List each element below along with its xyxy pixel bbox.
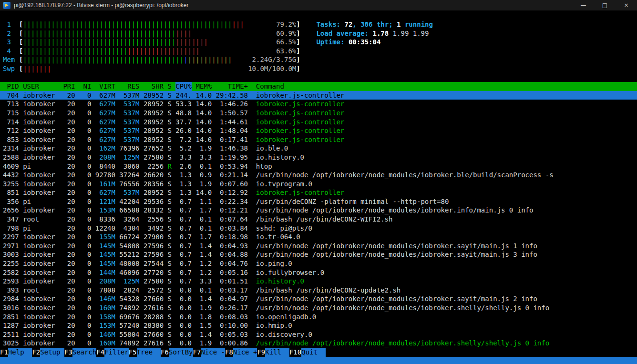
column-header-state[interactable]: S <box>167 82 171 91</box>
process-row[interactable]: 2984iobroker200146M5432827660S0.01.40:04… <box>0 294 637 303</box>
column-header-mem[interactable]: MEM% <box>195 82 212 91</box>
cell-virt: 627M <box>95 109 115 118</box>
fkey-label-kill[interactable]: Kill <box>265 348 289 357</box>
process-row[interactable]: 393root200780828242572S0.00.10:03.17/bin… <box>0 286 637 295</box>
column-header-command[interactable]: Command <box>256 82 284 91</box>
process-row[interactable]: 3016iobroker200160M7489227616S0.01.90:26… <box>0 303 637 313</box>
cell-pri: 20 <box>63 313 75 322</box>
cell-mem: 0.1 <box>195 224 212 233</box>
cell-shr: 28952 <box>144 118 164 127</box>
cell-virt: 144M <box>95 268 115 277</box>
process-row[interactable]: 712iobroker200627M537M28952S26.014.01:48… <box>0 126 637 135</box>
close-icon[interactable]: × <box>616 0 637 10</box>
meter-bar-segment-red: |||||||||||||||||| <box>127 47 200 55</box>
fkey-f6[interactable]: F6 <box>161 348 169 357</box>
cell-mem: 14.0 <box>195 188 212 197</box>
fkey-f7[interactable]: F7 <box>193 348 201 357</box>
column-header-time[interactable]: TIME+ <box>216 82 248 91</box>
cell-s: S <box>167 303 171 313</box>
process-row[interactable]: 2255iobroker200145M4800827544S0.71.20:04… <box>0 259 637 268</box>
fkey-f9[interactable]: F9 <box>257 348 265 357</box>
cell-shr: 29536 <box>144 197 164 206</box>
cell-pri: 20 <box>63 171 75 180</box>
meter-bracket-open: [ <box>19 47 23 56</box>
process-row[interactable]: 2511iobroker200146M5580427660S0.01.40:05… <box>0 330 637 339</box>
process-row[interactable]: 851iobroker200627M537M28952S1.314.00:12.… <box>0 188 637 197</box>
fkey-f10[interactable]: F10 <box>289 348 301 357</box>
process-row[interactable]: 2593iobroker200208M125M27580S0.73.30:01.… <box>0 277 637 286</box>
fkey-f5[interactable]: F5 <box>129 348 137 357</box>
cell-mem: 14.0 <box>195 100 212 109</box>
process-row[interactable]: 2656iobroker200153M6650828332S0.71.70:12… <box>0 206 637 215</box>
fkey-label-sortby[interactable]: SortBy <box>169 348 193 357</box>
process-row[interactable]: 356pi200121M4220429536S0.71.10:22.34/usr… <box>0 197 637 206</box>
process-row[interactable]: 714iobroker200627M537M28952S37.714.01:44… <box>0 118 637 127</box>
process-row[interactable]: 3025iobroker200160M7489227616S0.01.90:00… <box>0 339 637 348</box>
cell-cmd: iobroker.js-controller <box>256 100 344 109</box>
cell-time: 0:04.93 <box>216 242 248 251</box>
cell-mem: 1.9 <box>195 339 212 348</box>
minimize-icon[interactable]: — <box>573 0 594 10</box>
process-row[interactable]: 3255iobroker200161M7655628356S1.31.90:07… <box>0 180 637 189</box>
cell-cmd: io.tvprogram.0 <box>256 180 312 189</box>
process-row[interactable]: 4432iobroker200927803726426620S1.30.90:2… <box>0 171 637 180</box>
terminal[interactable]: 1[||||||||||||||||||||||||||||||||||||||… <box>0 10 637 364</box>
column-header-pid[interactable]: PID <box>3 82 19 91</box>
cell-s: S <box>167 206 171 215</box>
process-row[interactable]: 2297iobroker200155M6672427900S0.71.70:18… <box>0 233 637 242</box>
cell-ni: 0 <box>79 197 91 206</box>
fkey-f4[interactable]: F4 <box>96 348 104 357</box>
process-row[interactable]: 2582iobroker200144M4609627720S0.71.20:05… <box>0 268 637 277</box>
fkey-label-nice+[interactable]: Nice + <box>233 348 257 357</box>
fkey-label-quit[interactable]: Quit <box>301 348 326 357</box>
cell-pid: 2971 <box>3 242 19 251</box>
column-header-user[interactable]: USER <box>23 82 59 91</box>
fkey-label-nice-[interactable]: Nice - <box>201 348 225 357</box>
column-header-cpu-sorted[interactable]: CPU% <box>175 82 192 91</box>
cell-s: S <box>167 233 171 242</box>
process-row[interactable]: 798pi2001224043043492S0.70.10:03.84sshd:… <box>0 224 637 233</box>
cell-res: 125M <box>119 153 139 162</box>
column-header-shr[interactable]: SHR <box>144 82 164 91</box>
process-row[interactable]: 1287iobroker200153M5724028380S0.01.50:10… <box>0 321 637 330</box>
column-header-pri[interactable]: PRI <box>63 82 75 91</box>
cell-virt: 145M <box>95 259 115 268</box>
process-row[interactable]: 704iobroker200627M537M28952S244.14.029:4… <box>0 91 637 100</box>
cell-user: iobroker <box>23 188 59 197</box>
column-header-res[interactable]: RES <box>119 82 139 91</box>
process-row[interactable]: 347root200833632642556S0.70.10:07.64/bin… <box>0 215 637 224</box>
fkey-label-help[interactable]: Help <box>8 348 32 357</box>
cell-pri: 20 <box>63 197 75 206</box>
process-row[interactable]: 713iobroker200627M537M28952S53.314.01:46… <box>0 100 637 109</box>
process-row[interactable]: 2971iobroker200145M5480827596S0.71.40:04… <box>0 242 637 251</box>
blank-line <box>0 73 637 82</box>
maximize-icon[interactable]: □ <box>594 0 616 10</box>
process-row[interactable]: 3003iobroker200145M5521227596S0.71.40:04… <box>0 250 637 259</box>
process-row[interactable]: 4609pi200844030602256R2.60.10:53.94htop <box>0 162 637 171</box>
cell-pri: 20 <box>63 153 75 162</box>
process-row[interactable]: 853iobroker200627M537M28952S7.214.00:17.… <box>0 135 637 144</box>
fkey-f1[interactable]: F1 <box>0 348 8 357</box>
cell-cmd: /usr/bin/node /opt/iobroker/node_modules… <box>256 171 554 180</box>
cell-user: iobroker <box>23 268 59 277</box>
titlebar[interactable]: pi@192.168.178.97:22 - Bitvise xterm - p… <box>0 0 637 10</box>
column-header-virt[interactable]: VIRT <box>95 82 115 91</box>
fkey-f2[interactable]: F2 <box>32 348 40 357</box>
process-row[interactable]: 2314iobroker200162M7639627652S5.21.91:46… <box>0 144 637 153</box>
cell-cpu: 7.2 <box>175 135 192 144</box>
process-row[interactable]: 715iobroker200627M537M28952S48.814.01:50… <box>0 109 637 118</box>
cell-ni: 0 <box>79 162 91 171</box>
fkey-label-setup[interactable]: Setup <box>40 348 64 357</box>
fkey-f8[interactable]: F8 <box>225 348 233 357</box>
fkey-label-search[interactable]: Search <box>72 348 97 357</box>
cell-virt: 158M <box>95 313 115 322</box>
process-row[interactable]: 2588iobroker200208M125M27580S3.33.31:19.… <box>0 153 637 162</box>
fkey-label-filter[interactable]: Filter <box>104 348 129 357</box>
cell-user: iobroker <box>23 118 59 127</box>
column-header-ni[interactable]: NI <box>79 82 91 91</box>
process-row[interactable]: 2851iobroker200158M6967628288S0.01.80:08… <box>0 313 637 322</box>
fkey-label-tree[interactable]: Tree <box>137 348 161 357</box>
cell-s: S <box>167 153 171 162</box>
fkey-f3[interactable]: F3 <box>64 348 72 357</box>
load-average-line: Load average: 1.78 1.99 1.99 <box>316 29 432 38</box>
